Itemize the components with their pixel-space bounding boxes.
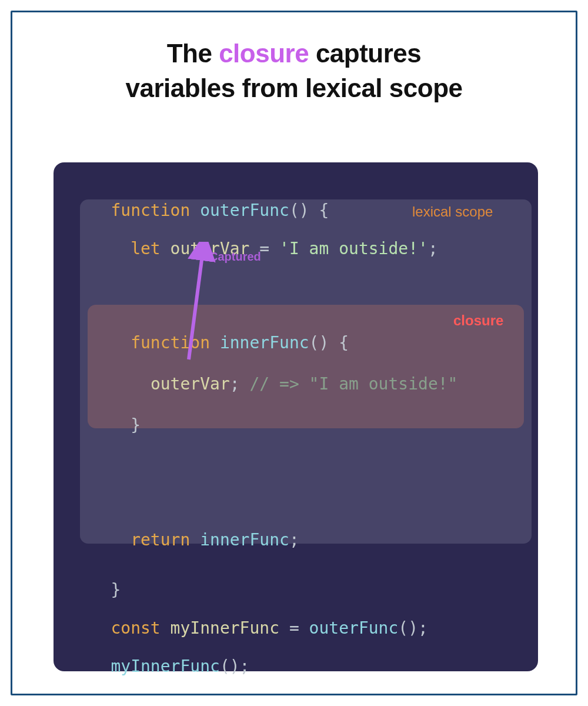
title-line2: variables from lexical scope (126, 74, 463, 102)
code-line-6: return innerFunc; (71, 515, 299, 565)
diagram-title: The closure captures variables from lexi… (12, 36, 576, 106)
closure-label: closure (453, 312, 503, 329)
code-line-2: let outerVar = 'I am outside!'; (71, 224, 438, 274)
title-pre: The (167, 39, 219, 68)
diagram-frame: The closure captures variables from lexi… (11, 11, 577, 695)
captured-annotation: Captured (209, 250, 261, 264)
code-line-5: } (71, 401, 141, 450)
code-line-9: myInnerFunc(); (71, 642, 249, 691)
title-highlight: closure (219, 39, 309, 68)
title-post: captures (309, 39, 421, 68)
lexical-scope-label: lexical scope (412, 204, 493, 220)
